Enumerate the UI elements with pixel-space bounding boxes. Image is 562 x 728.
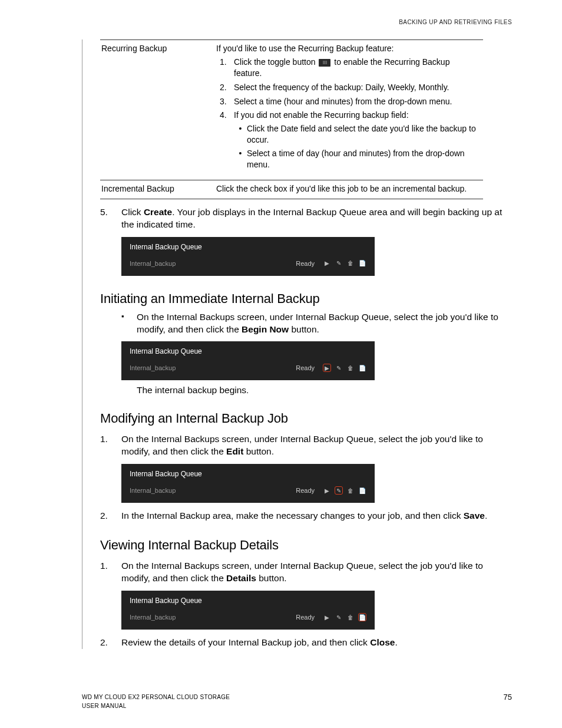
queue-title: Internal Backup Queue [130, 597, 366, 605]
queue-screenshot-3: Internal Backup Queue Internal_backup Re… [121, 464, 375, 503]
details-icon: 📄 [358, 486, 366, 495]
step-number: 2. [100, 637, 121, 649]
text: . Your job displays in the Internal Back… [121, 207, 502, 229]
queue-screenshot-4: Internal Backup Queue Internal_backup Re… [121, 591, 375, 630]
step-body: In the Internal Backup area, make the ne… [121, 510, 512, 522]
heading-viewing: Viewing Internal Backup Details [100, 538, 512, 553]
footer-line2: USER MANUAL [82, 701, 230, 710]
queue-item-status: Ready [296, 260, 315, 267]
bold-save: Save [464, 510, 485, 521]
bold-edit: Edit [226, 446, 243, 456]
bullet-icon: • [234, 148, 247, 170]
page-header: BACKING UP AND RETRIEVING FILES [50, 19, 512, 25]
step-body: Click Create. Your job displays in the I… [121, 206, 512, 231]
text: button. [256, 573, 287, 583]
queue-item-status: Ready [296, 487, 315, 494]
edit-icon-highlighted: ✎ [335, 486, 343, 495]
edit-icon: ✎ [335, 613, 343, 621]
heading-initiating: Initiating an Immediate Internal Backup [100, 291, 512, 307]
page-number: 75 [504, 693, 512, 710]
sec3-step2: 2. Review the details of your Internal B… [100, 637, 512, 649]
play-icon-highlighted: ▶ [323, 364, 331, 372]
recurring-step-num: 1. [216, 57, 234, 79]
heading-modifying: Modifying an Internal Backup Job [100, 411, 512, 426]
followup-text: The internal backup begins. [137, 385, 512, 396]
trash-icon: 🗑 [346, 364, 355, 372]
queue-item-status: Ready [296, 364, 315, 371]
queue-title: Internal Backup Queue [130, 243, 366, 251]
row-incremental-label: Incremental Backup [100, 180, 215, 199]
step-body: On the Internal Backups screen, under In… [121, 433, 512, 458]
bullet-icon: • [234, 123, 247, 146]
details-icon: 📄 [358, 259, 366, 268]
queue-screenshot-2: Internal Backup Queue Internal_backup Re… [121, 341, 375, 380]
recurring-step3-text: Select a time (hour and minutes) from th… [234, 96, 480, 107]
text: On the Internal Backups screen, under In… [121, 561, 483, 583]
queue-item-name: Internal_backup [130, 260, 296, 267]
step-5: 5. Click Create. Your job displays in th… [100, 206, 512, 231]
text: Click [121, 207, 144, 217]
trash-icon: 🗑 [346, 613, 355, 621]
queue-item-name: Internal_backup [130, 487, 296, 494]
text: button. [289, 324, 319, 334]
queue-item-name: Internal_backup [130, 364, 296, 371]
sub-bullet-text: Click the Date field and select the date… [247, 123, 480, 146]
text: In the Internal Backup area, make the ne… [121, 510, 464, 521]
bold-details: Details [226, 573, 256, 583]
row-recurring-label: Recurring Backup [100, 40, 215, 180]
bold-create: Create [144, 207, 172, 217]
text: On the Internal Backups screen, under In… [121, 434, 483, 456]
step-body: Review the details of your Internal Back… [121, 637, 512, 649]
main-content: Recurring Backup If you'd like to use th… [82, 39, 512, 649]
footer-line1: WD MY CLOUD EX2 PERSONAL CLOUD STORAGE [82, 693, 230, 701]
recurring-step2-text: Select the frequency of the backup: Dail… [234, 82, 480, 93]
text: Review the details of your Internal Back… [121, 637, 370, 647]
queue-item-name: Internal_backup [130, 614, 296, 621]
recurring-step-num: 2. [216, 82, 234, 93]
edit-icon: ✎ [335, 364, 343, 372]
play-icon: ▶ [323, 259, 331, 268]
recurring-step1-text: Click the toggle button III to enable th… [234, 57, 480, 79]
edit-icon: ✎ [335, 259, 343, 268]
text: If you did not enable the Recurring back… [234, 110, 409, 120]
text: . [395, 637, 397, 647]
play-icon: ▶ [323, 613, 331, 621]
recurring-step-num: 4. [216, 110, 234, 172]
bold-begin-now: Begin Now [242, 324, 289, 334]
step-number: 1. [100, 560, 121, 585]
recurring-step4-text: If you did not enable the Recurring back… [234, 110, 480, 172]
recurring-step-num: 3. [216, 96, 234, 107]
queue-item-status: Ready [296, 614, 315, 621]
step-number: 2. [100, 510, 121, 522]
page-footer: WD MY CLOUD EX2 PERSONAL CLOUD STORAGE U… [82, 693, 512, 710]
sec2-step2: 2. In the Internal Backup area, make the… [100, 510, 512, 522]
sec3-step1: 1. On the Internal Backups screen, under… [100, 560, 512, 585]
step-number: 1. [100, 433, 121, 458]
sec2-step1: 1. On the Internal Backups screen, under… [100, 433, 512, 458]
bullet-text: On the Internal Backups screen, under In… [137, 311, 512, 336]
bullet-icon: ▪ [121, 311, 137, 336]
recurring-intro: If you'd like to use the Recurring Backu… [216, 43, 480, 54]
queue-title: Internal Backup Queue [130, 470, 366, 478]
trash-icon: 🗑 [346, 259, 355, 268]
step-number: 5. [100, 206, 121, 231]
toggle-icon: III [319, 59, 330, 67]
sub-bullet-text: Select a time of day (hour and minutes) … [247, 148, 480, 170]
text: . [485, 510, 487, 521]
settings-table: Recurring Backup If you'd like to use th… [100, 39, 483, 199]
text: Click the toggle button [234, 57, 318, 67]
row-incremental-body: Click the check box if you'd like this j… [215, 180, 483, 199]
play-icon: ▶ [323, 486, 331, 495]
row-recurring-body: If you'd like to use the Recurring Backu… [215, 40, 483, 180]
bold-close: Close [370, 637, 395, 647]
text: button. [243, 446, 274, 456]
details-icon-highlighted: 📄 [358, 613, 366, 621]
queue-screenshot-1: Internal Backup Queue Internal_backup Re… [121, 237, 375, 276]
step-body: On the Internal Backups screen, under In… [121, 560, 512, 585]
queue-title: Internal Backup Queue [130, 347, 366, 355]
trash-icon: 🗑 [346, 486, 355, 495]
details-icon: 📄 [358, 364, 366, 372]
